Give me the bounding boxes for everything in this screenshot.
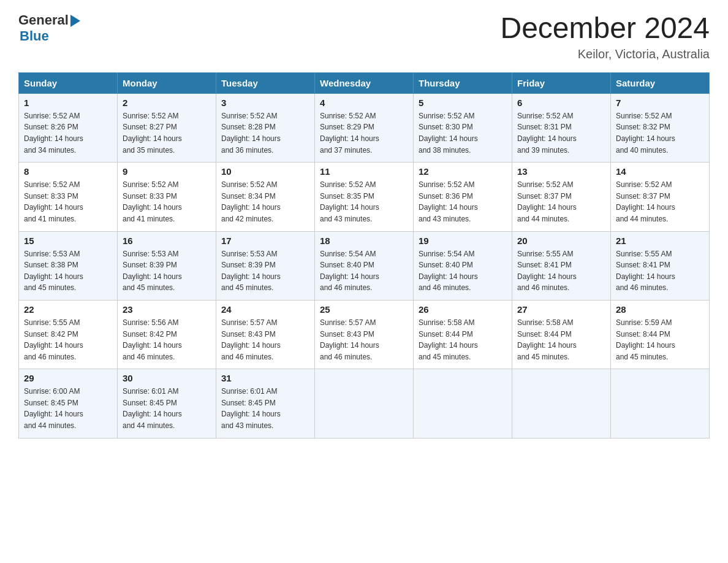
calendar-cell: 22 Sunrise: 5:55 AM Sunset: 8:42 PM Dayl… — [19, 300, 118, 369]
day-info: Sunrise: 5:52 AM Sunset: 8:36 PM Dayligh… — [419, 179, 507, 224]
month-title: December 2024 — [500, 12, 710, 45]
day-info: Sunrise: 5:53 AM Sunset: 8:39 PM Dayligh… — [221, 248, 309, 294]
day-number: 18 — [320, 236, 408, 246]
calendar-week-row: 22 Sunrise: 5:55 AM Sunset: 8:42 PM Dayl… — [19, 300, 710, 369]
day-number: 19 — [419, 236, 507, 246]
calendar-cell: 7 Sunrise: 5:52 AM Sunset: 8:32 PM Dayli… — [611, 93, 710, 162]
calendar-cell: 16 Sunrise: 5:53 AM Sunset: 8:39 PM Dayl… — [118, 231, 216, 300]
calendar-cell: 14 Sunrise: 5:52 AM Sunset: 8:37 PM Dayl… — [611, 163, 710, 231]
day-info: Sunrise: 5:52 AM Sunset: 8:37 PM Dayligh… — [517, 179, 605, 224]
calendar-cell: 12 Sunrise: 5:52 AM Sunset: 8:36 PM Dayl… — [414, 163, 512, 231]
calendar-week-row: 1 Sunrise: 5:52 AM Sunset: 8:26 PM Dayli… — [19, 93, 710, 162]
calendar-cell: 1 Sunrise: 5:52 AM Sunset: 8:26 PM Dayli… — [19, 93, 118, 162]
day-number: 24 — [221, 304, 309, 315]
calendar-cell: 25 Sunrise: 5:57 AM Sunset: 8:43 PM Dayl… — [315, 300, 414, 369]
day-number: 25 — [320, 304, 408, 315]
calendar-table: SundayMondayTuesdayWednesdayThursdayFrid… — [18, 72, 710, 439]
day-info: Sunrise: 5:52 AM Sunset: 8:34 PM Dayligh… — [221, 179, 309, 224]
calendar-header-row: SundayMondayTuesdayWednesdayThursdayFrid… — [19, 72, 710, 93]
calendar-cell — [611, 369, 710, 438]
calendar-cell: 10 Sunrise: 5:52 AM Sunset: 8:34 PM Dayl… — [216, 163, 315, 231]
day-number: 10 — [221, 166, 309, 177]
calendar-cell: 24 Sunrise: 5:57 AM Sunset: 8:43 PM Dayl… — [216, 300, 315, 369]
calendar-cell: 2 Sunrise: 5:52 AM Sunset: 8:27 PM Dayli… — [118, 93, 216, 162]
calendar-cell: 8 Sunrise: 5:52 AM Sunset: 8:33 PM Dayli… — [19, 163, 118, 231]
day-number: 15 — [24, 236, 112, 246]
day-number: 29 — [24, 373, 112, 383]
header-day-tuesday: Tuesday — [216, 72, 315, 93]
day-number: 6 — [517, 98, 605, 108]
header-day-sunday: Sunday — [19, 72, 118, 93]
calendar-cell: 18 Sunrise: 5:54 AM Sunset: 8:40 PM Dayl… — [315, 231, 414, 300]
logo-blue-text: Blue — [20, 28, 49, 44]
logo: General Blue — [18, 12, 80, 44]
day-info: Sunrise: 5:52 AM Sunset: 8:29 PM Dayligh… — [320, 110, 408, 156]
calendar-cell: 9 Sunrise: 5:52 AM Sunset: 8:33 PM Dayli… — [118, 163, 216, 231]
calendar-cell: 20 Sunrise: 5:55 AM Sunset: 8:41 PM Dayl… — [512, 231, 611, 300]
calendar-cell: 23 Sunrise: 5:56 AM Sunset: 8:42 PM Dayl… — [118, 300, 216, 369]
calendar-cell: 27 Sunrise: 5:58 AM Sunset: 8:44 PM Dayl… — [512, 300, 611, 369]
day-number: 2 — [123, 98, 211, 108]
day-number: 28 — [616, 304, 704, 315]
day-info: Sunrise: 5:52 AM Sunset: 8:33 PM Dayligh… — [123, 179, 211, 224]
header-day-saturday: Saturday — [611, 72, 710, 93]
title-area: December 2024 Keilor, Victoria, Australi… — [500, 12, 710, 61]
day-number: 26 — [419, 304, 507, 315]
day-info: Sunrise: 5:57 AM Sunset: 8:43 PM Dayligh… — [221, 317, 309, 362]
day-number: 4 — [320, 98, 408, 108]
location-subtitle: Keilor, Victoria, Australia — [500, 47, 710, 61]
calendar-cell — [512, 369, 611, 438]
calendar-cell: 5 Sunrise: 5:52 AM Sunset: 8:30 PM Dayli… — [414, 93, 512, 162]
calendar-cell: 13 Sunrise: 5:52 AM Sunset: 8:37 PM Dayl… — [512, 163, 611, 231]
calendar-cell: 29 Sunrise: 6:00 AM Sunset: 8:45 PM Dayl… — [19, 369, 118, 438]
day-info: Sunrise: 6:00 AM Sunset: 8:45 PM Dayligh… — [24, 386, 112, 431]
day-info: Sunrise: 5:54 AM Sunset: 8:40 PM Dayligh… — [320, 248, 408, 294]
day-info: Sunrise: 5:52 AM Sunset: 8:28 PM Dayligh… — [221, 110, 309, 156]
day-info: Sunrise: 5:56 AM Sunset: 8:42 PM Dayligh… — [123, 317, 211, 362]
calendar-cell: 21 Sunrise: 5:55 AM Sunset: 8:41 PM Dayl… — [611, 231, 710, 300]
day-info: Sunrise: 5:55 AM Sunset: 8:41 PM Dayligh… — [616, 248, 704, 294]
calendar-week-row: 15 Sunrise: 5:53 AM Sunset: 8:38 PM Dayl… — [19, 231, 710, 300]
day-number: 7 — [616, 98, 704, 108]
day-info: Sunrise: 5:52 AM Sunset: 8:32 PM Dayligh… — [616, 110, 704, 156]
day-info: Sunrise: 6:01 AM Sunset: 8:45 PM Dayligh… — [123, 386, 211, 431]
calendar-cell — [315, 369, 414, 438]
day-number: 9 — [123, 166, 211, 177]
calendar-cell: 4 Sunrise: 5:52 AM Sunset: 8:29 PM Dayli… — [315, 93, 414, 162]
day-info: Sunrise: 5:57 AM Sunset: 8:43 PM Dayligh… — [320, 317, 408, 362]
day-number: 11 — [320, 166, 408, 177]
day-info: Sunrise: 5:53 AM Sunset: 8:38 PM Dayligh… — [24, 248, 112, 294]
day-number: 14 — [616, 166, 704, 177]
day-info: Sunrise: 5:59 AM Sunset: 8:44 PM Dayligh… — [616, 317, 704, 362]
header-day-wednesday: Wednesday — [315, 72, 414, 93]
day-info: Sunrise: 5:52 AM Sunset: 8:27 PM Dayligh… — [123, 110, 211, 156]
header-day-thursday: Thursday — [414, 72, 512, 93]
calendar-cell — [414, 369, 512, 438]
day-number: 12 — [419, 166, 507, 177]
calendar-cell: 6 Sunrise: 5:52 AM Sunset: 8:31 PM Dayli… — [512, 93, 611, 162]
day-info: Sunrise: 5:52 AM Sunset: 8:30 PM Dayligh… — [419, 110, 507, 156]
header-day-friday: Friday — [512, 72, 611, 93]
calendar-cell: 28 Sunrise: 5:59 AM Sunset: 8:44 PM Dayl… — [611, 300, 710, 369]
header-day-monday: Monday — [118, 72, 216, 93]
day-info: Sunrise: 5:58 AM Sunset: 8:44 PM Dayligh… — [419, 317, 507, 362]
day-number: 27 — [517, 304, 605, 315]
day-info: Sunrise: 5:52 AM Sunset: 8:31 PM Dayligh… — [517, 110, 605, 156]
day-number: 31 — [221, 373, 309, 383]
day-number: 20 — [517, 236, 605, 246]
calendar-cell: 31 Sunrise: 6:01 AM Sunset: 8:45 PM Dayl… — [216, 369, 315, 438]
calendar-cell: 26 Sunrise: 5:58 AM Sunset: 8:44 PM Dayl… — [414, 300, 512, 369]
day-number: 8 — [24, 166, 112, 177]
day-number: 30 — [123, 373, 211, 383]
logo-triangle-icon — [70, 15, 80, 27]
day-number: 3 — [221, 98, 309, 108]
page-header: General Blue December 2024 Keilor, Victo… — [18, 12, 710, 61]
day-info: Sunrise: 5:52 AM Sunset: 8:33 PM Dayligh… — [24, 179, 112, 224]
calendar-week-row: 8 Sunrise: 5:52 AM Sunset: 8:33 PM Dayli… — [19, 163, 710, 231]
calendar-cell: 3 Sunrise: 5:52 AM Sunset: 8:28 PM Dayli… — [216, 93, 315, 162]
day-number: 23 — [123, 304, 211, 315]
day-info: Sunrise: 5:52 AM Sunset: 8:37 PM Dayligh… — [616, 179, 704, 224]
calendar-cell: 19 Sunrise: 5:54 AM Sunset: 8:40 PM Dayl… — [414, 231, 512, 300]
calendar-cell: 11 Sunrise: 5:52 AM Sunset: 8:35 PM Dayl… — [315, 163, 414, 231]
calendar-cell: 17 Sunrise: 5:53 AM Sunset: 8:39 PM Dayl… — [216, 231, 315, 300]
